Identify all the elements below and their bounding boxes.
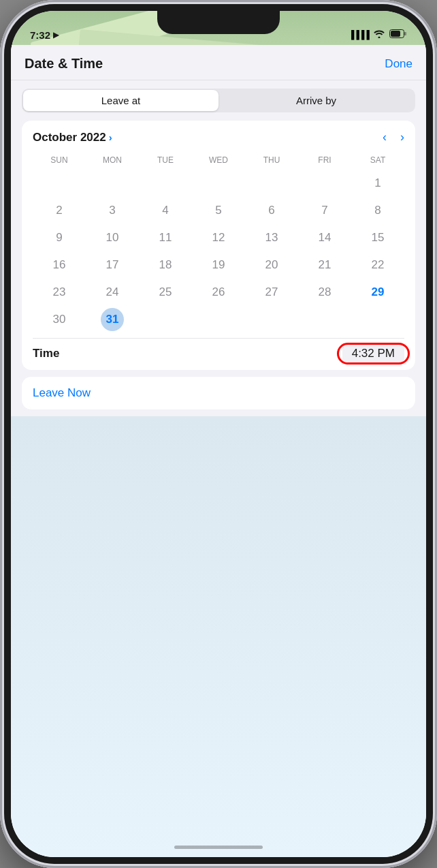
arrive-by-tab[interactable]: Arrive by <box>218 90 414 111</box>
cal-day-2[interactable]: 2 <box>33 198 86 223</box>
time-display: 7:32 <box>30 29 50 41</box>
cal-empty <box>298 307 351 332</box>
cal-day-3[interactable]: 3 <box>86 198 139 223</box>
month-header: October 2022 › ‹ › <box>33 130 404 144</box>
cal-empty <box>192 170 245 196</box>
cal-day-23[interactable]: 23 <box>33 279 86 305</box>
month-year-label: October 2022 <box>33 131 106 144</box>
cal-day-18[interactable]: 18 <box>139 252 192 278</box>
location-icon: ▶ <box>53 31 59 40</box>
cal-day-27[interactable]: 27 <box>245 279 298 305</box>
cal-empty <box>298 170 351 196</box>
cal-day-15[interactable]: 15 <box>351 225 404 251</box>
dow-wed: WED <box>192 153 245 168</box>
cal-day-16[interactable]: 16 <box>33 252 86 278</box>
phone-frame: 7:32 ▶ ▐▐▐▐ <box>0 0 437 868</box>
nav-arrows: ‹ › <box>383 130 404 144</box>
cal-day-4[interactable]: 4 <box>139 198 192 223</box>
battery-icon <box>389 29 407 41</box>
header-title: Date & Time <box>25 56 103 72</box>
dow-mon: MON <box>86 153 139 168</box>
cal-day-20[interactable]: 20 <box>245 252 298 278</box>
dow-fri: FRI <box>298 153 351 168</box>
cal-day-8[interactable]: 8 <box>351 198 404 223</box>
cal-day-14[interactable]: 14 <box>298 225 351 251</box>
phone-inner: 7:32 ▶ ▐▐▐▐ <box>4 4 433 864</box>
screen: 7:32 ▶ ▐▐▐▐ <box>11 11 426 857</box>
cal-empty <box>33 170 86 196</box>
leave-now-card: Leave Now <box>22 377 415 409</box>
calendar-card: October 2022 › ‹ › SUN MON <box>22 121 415 370</box>
month-title: October 2022 › <box>33 131 112 144</box>
done-button[interactable]: Done <box>385 57 412 71</box>
days-of-week-row: SUN MON TUE WED THU FRI SAT <box>33 153 404 168</box>
sheet: Date & Time Done Leave at Arrive by <box>11 45 426 857</box>
content: Date & Time Done Leave at Arrive by <box>11 45 426 857</box>
calendar-grid: 1 2 3 4 5 6 7 8 9 10 11 <box>33 170 404 332</box>
cal-empty <box>86 170 139 196</box>
cal-empty <box>192 307 245 332</box>
cal-day-28[interactable]: 28 <box>298 279 351 305</box>
time-value[interactable]: 4:32 PM <box>342 343 404 364</box>
svg-rect-1 <box>404 32 406 35</box>
segment-control: Leave at Arrive by <box>22 89 415 112</box>
dow-thu: THU <box>245 153 298 168</box>
cal-day-22[interactable]: 22 <box>351 252 404 278</box>
wifi-icon <box>373 29 385 41</box>
cal-day-30[interactable]: 30 <box>33 307 86 332</box>
cal-empty <box>139 170 192 196</box>
cal-day-21[interactable]: 21 <box>298 252 351 278</box>
cal-day-5[interactable]: 5 <box>192 198 245 223</box>
signal-icon: ▐▐▐▐ <box>349 30 369 40</box>
bottom-area <box>11 416 426 857</box>
dow-sat: SAT <box>351 153 404 168</box>
cal-day-19[interactable]: 19 <box>192 252 245 278</box>
cal-day-25[interactable]: 25 <box>139 279 192 305</box>
dow-sun: SUN <box>33 153 86 168</box>
cal-day-26[interactable]: 26 <box>192 279 245 305</box>
time-label: Time <box>33 347 59 360</box>
time-value-wrapper: 4:32 PM <box>342 347 404 360</box>
cal-day-31[interactable]: 31 <box>101 308 124 331</box>
cal-empty <box>351 307 404 332</box>
prev-month-arrow[interactable]: ‹ <box>383 130 387 144</box>
status-icons: ▐▐▐▐ <box>349 29 407 41</box>
cal-empty <box>139 307 192 332</box>
cal-day-13[interactable]: 13 <box>245 225 298 251</box>
cal-day-9[interactable]: 9 <box>33 225 86 251</box>
leave-now-button[interactable]: Leave Now <box>33 386 91 399</box>
cal-day-31-wrapper: 31 <box>86 307 139 332</box>
status-time: 7:32 ▶ <box>30 29 59 41</box>
header: Date & Time Done <box>11 45 426 80</box>
cal-day-12[interactable]: 12 <box>192 225 245 251</box>
cal-day-1[interactable]: 1 <box>351 170 404 196</box>
leave-at-tab[interactable]: Leave at <box>23 90 218 111</box>
cal-day-11[interactable]: 11 <box>139 225 192 251</box>
dow-tue: TUE <box>139 153 192 168</box>
cal-empty <box>245 307 298 332</box>
cal-empty <box>245 170 298 196</box>
cal-day-10[interactable]: 10 <box>86 225 139 251</box>
next-month-arrow[interactable]: › <box>400 130 404 144</box>
cal-day-6[interactable]: 6 <box>245 198 298 223</box>
notch <box>157 11 280 34</box>
cal-day-7[interactable]: 7 <box>298 198 351 223</box>
home-indicator <box>174 846 263 849</box>
month-expand-chevron[interactable]: › <box>109 131 112 143</box>
segment-wrapper: Leave at Arrive by <box>11 80 426 121</box>
svg-rect-2 <box>391 31 400 37</box>
cal-day-17[interactable]: 17 <box>86 252 139 278</box>
time-row: Time 4:32 PM <box>33 338 404 360</box>
cal-day-24[interactable]: 24 <box>86 279 139 305</box>
cal-day-29[interactable]: 29 <box>351 279 404 305</box>
